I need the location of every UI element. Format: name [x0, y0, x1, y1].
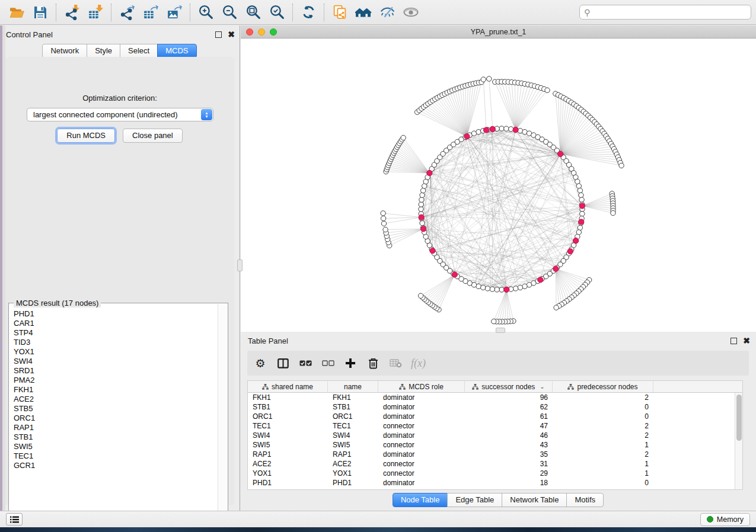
table-row-PHD1[interactable]: PHD1PHD1dominator180: [248, 478, 742, 488]
open-file-button[interactable]: [5, 2, 28, 23]
zoom-out-button[interactable]: [218, 2, 241, 23]
table-row-YOX1[interactable]: YOX1YOX1connector291: [248, 469, 742, 478]
clone-network-button[interactable]: [328, 2, 352, 23]
network-node[interactable]: [499, 126, 504, 131]
network-node[interactable]: [578, 225, 582, 230]
mcds-node[interactable]: [421, 226, 426, 232]
network-node[interactable]: [490, 287, 495, 291]
mcds-result-item[interactable]: STP4: [9, 328, 218, 338]
cell-successor-nodes[interactable]: 31: [465, 459, 553, 469]
cell-MCDS-role[interactable]: dominator: [378, 478, 465, 488]
memory-button[interactable]: Memory: [700, 513, 750, 526]
network-node[interactable]: [419, 207, 423, 211]
network-node[interactable]: [580, 211, 585, 216]
mcds-result-item[interactable]: TID3: [9, 338, 218, 347]
mcds-result-scrollbar[interactable]: [218, 304, 227, 521]
tab-style[interactable]: Style: [87, 44, 120, 58]
mcds-result-list[interactable]: PHD1CAR1STP4TID3YOX1SWI4SRD1PMA2FKH1ACE2…: [9, 309, 218, 521]
mcds-result-item[interactable]: ORC1: [9, 414, 218, 423]
column-header-successor-nodes[interactable]: successor nodes⌄: [465, 381, 553, 392]
column-header-MCDS-role[interactable]: MCDS role: [378, 381, 465, 392]
cell-name[interactable]: FKH1: [328, 393, 378, 402]
network-node[interactable]: [420, 188, 425, 193]
mcds-node[interactable]: [490, 126, 495, 132]
cell-name[interactable]: PHD1: [328, 478, 378, 488]
tab-network[interactable]: Network: [42, 44, 87, 58]
cell-MCDS-role[interactable]: connector: [378, 459, 465, 469]
cell-shared-name[interactable]: TEC1: [248, 421, 328, 431]
import-network-button[interactable]: [60, 2, 84, 23]
cell-predecessor-nodes[interactable]: 0: [553, 478, 653, 488]
mcds-result-item[interactable]: PMA2: [9, 376, 218, 385]
network-node[interactable]: [381, 211, 385, 216]
mcds-result-item[interactable]: TEC1: [9, 451, 218, 461]
network-node[interactable]: [481, 77, 486, 82]
cell-successor-nodes[interactable]: 35: [465, 450, 553, 459]
network-node[interactable]: [522, 284, 527, 289]
mcds-result-item[interactable]: PHD1: [9, 309, 218, 319]
network-node[interactable]: [554, 305, 559, 310]
network-node[interactable]: [513, 286, 518, 291]
save-session-button[interactable]: [28, 2, 52, 23]
mcds-result-item[interactable]: STB1: [9, 432, 218, 442]
cell-MCDS-role[interactable]: dominator: [378, 431, 465, 440]
cell-name[interactable]: ACE2: [328, 459, 378, 469]
network-node[interactable]: [499, 287, 504, 292]
mcds-node[interactable]: [538, 277, 543, 283]
task-history-button[interactable]: [6, 513, 23, 525]
mcds-node[interactable]: [452, 272, 457, 277]
mcds-node[interactable]: [464, 134, 470, 139]
cell-successor-nodes[interactable]: 18: [465, 478, 553, 488]
cell-MCDS-role[interactable]: dominator: [378, 412, 465, 421]
mcds-result-item[interactable]: FKH1: [9, 385, 218, 395]
network-node[interactable]: [383, 227, 388, 232]
tab-motifs[interactable]: Motifs: [566, 493, 604, 507]
network-node[interactable]: [381, 216, 385, 220]
zoom-in-button[interactable]: [194, 2, 218, 23]
export-network-button[interactable]: [115, 2, 139, 23]
float-window-icon[interactable]: [215, 31, 222, 38]
mcds-node[interactable]: [483, 127, 489, 133]
network-node[interactable]: [480, 285, 485, 290]
delete-table-button[interactable]: [388, 355, 403, 371]
network-window-titlebar[interactable]: YPA_prune.txt_1: [241, 25, 756, 39]
run-mcds-button[interactable]: Run MCDS: [57, 129, 115, 143]
network-node[interactable]: [576, 184, 581, 188]
scrollbar-thumb[interactable]: [736, 395, 742, 441]
cell-successor-nodes[interactable]: 46: [465, 431, 553, 440]
tab-select[interactable]: Select: [120, 44, 158, 58]
network-node[interactable]: [381, 221, 386, 226]
tab-mcds[interactable]: MCDS: [157, 44, 196, 58]
cell-successor-nodes[interactable]: 61: [465, 412, 553, 421]
float-window-icon[interactable]: [731, 338, 737, 344]
cell-MCDS-role[interactable]: dominator: [378, 450, 465, 459]
close-panel-icon[interactable]: ✖: [228, 31, 235, 38]
cell-shared-name[interactable]: SWI4: [248, 431, 328, 440]
mcds-node[interactable]: [573, 238, 579, 243]
zoom-selected-button[interactable]: [265, 2, 289, 23]
cell-predecessor-nodes[interactable]: 2: [553, 450, 653, 459]
network-node[interactable]: [492, 319, 496, 323]
network-node[interactable]: [401, 135, 406, 140]
cell-predecessor-nodes[interactable]: 2: [553, 431, 653, 440]
mcds-result-item[interactable]: SRD1: [9, 366, 218, 376]
network-node[interactable]: [611, 210, 615, 215]
table-row-SWI4[interactable]: SWI4SWI4dominator462: [248, 431, 742, 440]
network-node[interactable]: [420, 193, 425, 197]
cell-successor-nodes[interactable]: 47: [465, 421, 553, 431]
network-node[interactable]: [495, 287, 499, 292]
column-header-name[interactable]: name: [328, 381, 378, 392]
cell-predecessor-nodes[interactable]: 1: [553, 440, 653, 450]
mcds-node[interactable]: [427, 171, 432, 176]
cell-MCDS-role[interactable]: connector: [378, 440, 465, 450]
table-row-ORC1[interactable]: ORC1ORC1dominator610: [248, 412, 742, 421]
table-row-FKH1[interactable]: FKH1FKH1dominator962: [248, 393, 742, 402]
cell-predecessor-nodes[interactable]: 1: [553, 469, 653, 478]
network-node[interactable]: [419, 197, 424, 202]
import-table-button[interactable]: [84, 2, 107, 23]
table-row-STB1[interactable]: STB1STB1dominator620: [248, 402, 742, 412]
mcds-node[interactable]: [513, 127, 518, 132]
tab-node-table[interactable]: Node Table: [393, 493, 448, 507]
cell-shared-name[interactable]: ORC1: [248, 412, 328, 421]
function-builder-button[interactable]: f(x): [411, 355, 426, 371]
